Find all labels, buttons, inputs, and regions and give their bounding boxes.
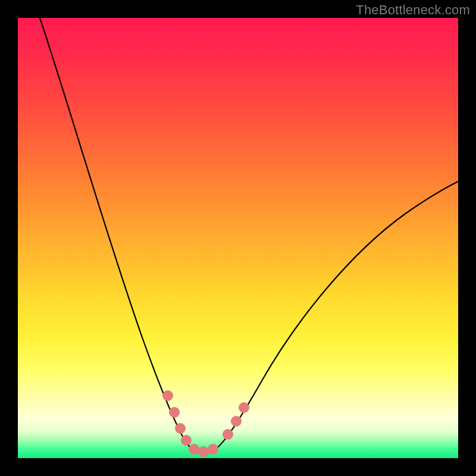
dot	[231, 416, 242, 427]
watermark-text: TheBottleneck.com	[356, 2, 470, 18]
dot	[175, 423, 186, 434]
dot	[208, 444, 218, 455]
outer-frame: TheBottleneck.com	[0, 0, 476, 476]
dot	[239, 402, 249, 413]
dot	[223, 429, 233, 440]
dot	[181, 435, 192, 446]
dot	[198, 446, 209, 457]
plot-area	[18, 18, 458, 458]
curve-layer	[18, 18, 458, 458]
dot	[162, 390, 173, 401]
dot	[189, 444, 199, 455]
dot	[169, 407, 180, 418]
curve-right-branch	[213, 181, 458, 451]
sample-dots	[162, 390, 249, 457]
curve-left-branch	[40, 18, 195, 451]
